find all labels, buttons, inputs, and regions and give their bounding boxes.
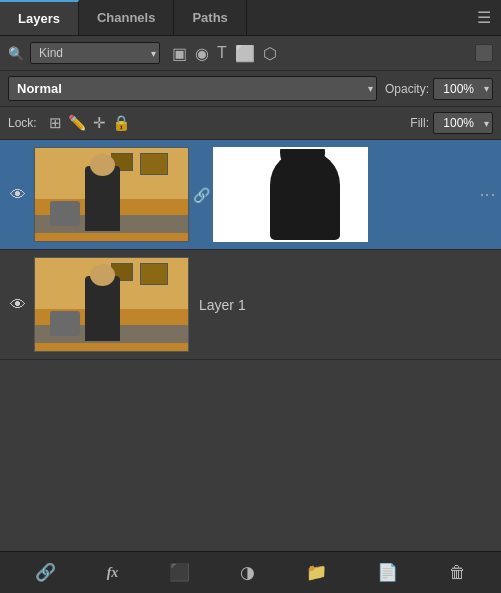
add-mask-icon[interactable]: ⬛ — [165, 558, 194, 587]
layer-item[interactable]: 👁 🔗 ⋮ — [0, 140, 501, 250]
delete-layer-icon[interactable]: 🗑 — [445, 559, 470, 587]
layer-mask-thumbnail — [213, 147, 368, 242]
lock-all-icon[interactable]: 🔒 — [112, 114, 131, 132]
new-layer-icon[interactable]: 📄 — [373, 558, 402, 587]
panel-menu-icon[interactable]: ☰ — [467, 8, 501, 27]
kind-select-wrap: Kind Name Effect Mode Attribute Color Sm… — [30, 42, 160, 64]
opacity-group: Opacity: ▾ — [385, 78, 493, 100]
pixel-filter-icon[interactable]: ▣ — [172, 44, 187, 63]
type-filter-icon[interactable]: T — [217, 44, 227, 62]
empty-space — [0, 360, 501, 420]
tab-channels[interactable]: Channels — [79, 0, 175, 35]
fill-label: Fill: — [410, 116, 429, 130]
bottom-toolbar: 🔗 fx ⬛ ◑ 📁 📄 🗑 — [0, 551, 501, 593]
lock-icons: ⊞ ✏️ ✛ 🔒 — [49, 114, 131, 132]
blend-select-wrap: Normal Dissolve Multiply Screen Overlay … — [8, 76, 377, 101]
fill-input[interactable] — [433, 112, 493, 134]
lock-row: Lock: ⊞ ✏️ ✛ 🔒 Fill: ▾ — [0, 107, 501, 140]
shape-filter-icon[interactable]: ⬜ — [235, 44, 255, 63]
lock-paint-icon[interactable]: ✏️ — [68, 114, 87, 132]
new-group-icon[interactable]: 📁 — [302, 558, 331, 587]
main-content: 🔍 Kind Name Effect Mode Attribute Color … — [0, 36, 501, 593]
tab-paths[interactable]: Paths — [174, 0, 246, 35]
lock-position-icon[interactable]: ✛ — [93, 114, 106, 132]
lock-label: Lock: — [8, 116, 37, 130]
visibility-toggle[interactable]: 👁 — [6, 183, 30, 207]
tab-layers[interactable]: Layers — [0, 0, 79, 35]
layer-name: Layer 1 — [189, 297, 495, 313]
blend-mode-select[interactable]: Normal Dissolve Multiply Screen Overlay — [8, 76, 377, 101]
smartobj-filter-icon[interactable]: ⬡ — [263, 44, 277, 63]
layer-link-icon[interactable]: 🔗 — [191, 185, 211, 205]
fx-icon[interactable]: fx — [103, 561, 123, 585]
kind-select[interactable]: Kind Name Effect Mode Attribute Color Sm… — [30, 42, 160, 64]
visibility-toggle[interactable]: 👁 — [6, 293, 30, 317]
adjustment-filter-icon[interactable]: ◉ — [195, 44, 209, 63]
layers-list: 👁 🔗 ⋮ 👁 — [0, 140, 501, 551]
layer-options-icon[interactable]: ⋮ — [478, 187, 497, 203]
kind-row: 🔍 Kind Name Effect Mode Attribute Color … — [0, 36, 501, 71]
opacity-input[interactable] — [433, 78, 493, 100]
link-layers-icon[interactable]: 🔗 — [31, 558, 60, 587]
search-icon: 🔍 — [8, 46, 24, 61]
opacity-label: Opacity: — [385, 82, 429, 96]
lock-transparent-icon[interactable]: ⊞ — [49, 114, 62, 132]
add-adjustment-icon[interactable]: ◑ — [236, 558, 259, 587]
blend-row: Normal Dissolve Multiply Screen Overlay … — [0, 71, 501, 107]
tab-bar: Layers Channels Paths ☰ — [0, 0, 501, 36]
layer-thumbnail — [34, 147, 189, 242]
layer-thumbnail — [34, 257, 189, 352]
layer-item[interactable]: 👁 Layer 1 — [0, 250, 501, 360]
filter-icons: ▣ ◉ T ⬜ ⬡ — [172, 44, 277, 63]
filter-toggle[interactable] — [475, 44, 493, 62]
opacity-value-wrap: ▾ — [433, 78, 493, 100]
fill-group: Fill: ▾ — [410, 112, 493, 134]
